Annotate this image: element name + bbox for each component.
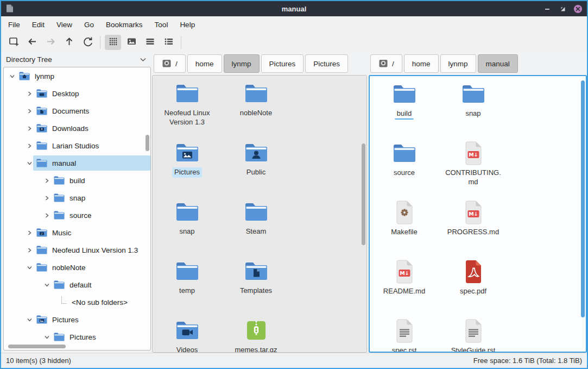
directory-tree-header[interactable]: Directory Tree (1, 52, 152, 67)
collapse-arrow-icon[interactable] (43, 333, 50, 341)
collapse-arrow-icon[interactable] (26, 264, 33, 271)
tree-item-body[interactable]: Larian Studios (33, 138, 150, 153)
file-item-progress-md[interactable]: M↓PROGRESS.md (439, 197, 508, 256)
breadcrumb-home[interactable]: home (404, 54, 439, 73)
tree-item-body[interactable]: Pictures (50, 329, 150, 345)
tree-item-default[interactable]: default (4, 276, 150, 293)
file-item-snap[interactable]: snap (153, 196, 222, 255)
maximize-button[interactable] (558, 4, 567, 14)
tree-item-downloads[interactable]: Downloads (4, 120, 150, 137)
expand-arrow-icon[interactable] (43, 211, 50, 219)
file-item-spec-rst[interactable]: spec.rst (370, 315, 439, 353)
expand-arrow-icon[interactable] (26, 124, 33, 132)
tree-item-pictures[interactable]: Pictures (4, 328, 150, 346)
expand-arrow-icon[interactable] (26, 142, 33, 149)
breadcrumb-pictures[interactable]: Pictures (305, 54, 348, 73)
tree-item-body[interactable]: Documents (33, 103, 150, 118)
tree-item-body[interactable]: Downloads (33, 121, 150, 136)
tree-item-snap[interactable]: snap (4, 189, 150, 207)
file-item-readme-md[interactable]: M↓README.md (370, 256, 439, 315)
view-compact-button[interactable] (142, 35, 158, 50)
file-item-videos[interactable]: Videos (153, 315, 222, 353)
tree-item-neofeud-linux-version-1-3[interactable]: Neofeud Linux Version 1.3 (4, 241, 150, 259)
back-button[interactable] (24, 35, 40, 50)
close-button[interactable] (573, 4, 583, 14)
file-item-styleguide-rst[interactable]: StyleGuide.rst (439, 315, 508, 353)
file-item-memes-tar-gz[interactable]: memes.tar.gz (222, 315, 290, 353)
breadcrumb-root[interactable]: / (154, 54, 186, 73)
file-item-templates[interactable]: Templates (222, 255, 290, 315)
file-item-makefile[interactable]: Makefile (370, 197, 439, 256)
expand-arrow-icon[interactable] (43, 177, 50, 184)
view-detailed-button[interactable] (160, 35, 176, 50)
collapse-arrow-icon[interactable] (8, 72, 16, 80)
tree-item-source[interactable]: source (4, 207, 150, 224)
expand-arrow-icon[interactable] (26, 107, 33, 115)
menu-view[interactable]: View (50, 18, 78, 31)
file-item-steam[interactable]: Steam (222, 196, 290, 255)
tree-item-body[interactable]: build (50, 173, 150, 188)
tree-item-desktop[interactable]: Desktop (4, 85, 150, 102)
expand-arrow-icon[interactable] (26, 90, 33, 97)
file-item-temp[interactable]: temp (153, 255, 222, 315)
breadcrumb-root[interactable]: / (370, 54, 402, 73)
tree-item-build[interactable]: build (4, 172, 150, 189)
tree-item-body[interactable]: snap (50, 190, 150, 205)
menu-go[interactable]: Go (78, 18, 100, 31)
file-item-source[interactable]: source (370, 137, 439, 197)
file-item-contributing-md[interactable]: M↓CONTRIBUTING.md (439, 137, 508, 197)
tree-item-body[interactable]: <No sub folders> (69, 295, 150, 310)
tree-item-pictures[interactable]: Pictures (4, 311, 150, 328)
file-item-build[interactable]: build (370, 78, 439, 137)
file-item-public[interactable]: Public (222, 137, 290, 196)
tree-item-lynmp[interactable]: lynmp (4, 67, 150, 85)
menu-help[interactable]: Help (174, 18, 201, 31)
menu-file[interactable]: File (2, 18, 26, 31)
breadcrumb-lynmp[interactable]: lynmp (224, 54, 260, 73)
tree-item-body[interactable]: nobleNote (33, 260, 150, 275)
refresh-button[interactable] (79, 35, 96, 50)
expand-arrow-icon[interactable] (26, 229, 33, 236)
expand-arrow-icon[interactable] (43, 194, 50, 202)
file-item-spec-pdf[interactable]: spec.pdf (439, 256, 508, 315)
sidebar-horizontal-scrollbar[interactable] (8, 345, 66, 348)
tree-item-larian-studios[interactable]: Larian Studios (4, 137, 150, 154)
tree-item-body[interactable]: manual (33, 155, 150, 171)
tree-item-manual[interactable]: manual (4, 154, 150, 172)
collapse-arrow-icon[interactable] (26, 316, 33, 323)
tree-item-body[interactable]: Desktop (33, 86, 150, 101)
tree-item-body[interactable]: Neofeud Linux Version 1.3 (33, 242, 150, 258)
file-item-noblenote[interactable]: nobleNote (222, 78, 290, 137)
view-thumbnails-button[interactable] (123, 35, 140, 50)
up-button[interactable] (61, 35, 77, 50)
middle-pane-scrollbar[interactable] (362, 143, 365, 245)
breadcrumb-pictures[interactable]: Pictures (261, 54, 304, 73)
view-icons-button[interactable] (105, 35, 121, 50)
tree-item-body[interactable]: source (50, 208, 150, 223)
breadcrumb-lynmp[interactable]: lynmp (440, 54, 476, 73)
menu-bookmarks[interactable]: Bookmarks (100, 18, 149, 31)
minimize-button[interactable] (542, 4, 552, 14)
new-tab-button[interactable] (5, 35, 22, 50)
right-pane-scrollbar[interactable] (581, 80, 585, 317)
expand-arrow-icon[interactable] (26, 246, 33, 254)
breadcrumb-manual[interactable]: manual (478, 54, 518, 73)
menu-tool[interactable]: Tool (149, 18, 174, 31)
chevron-down-icon[interactable] (140, 55, 147, 64)
file-item-neofeud-linux-version-1-3[interactable]: Neofeud Linux Version 1.3 (153, 78, 222, 137)
breadcrumb-home[interactable]: home (187, 54, 222, 73)
menu-edit[interactable]: Edit (26, 18, 50, 31)
tree-item-body[interactable]: ♪Music (33, 225, 150, 240)
collapse-arrow-icon[interactable] (43, 281, 50, 289)
tree-item--no-sub-folders-[interactable]: <No sub folders> (4, 293, 150, 311)
sidebar-vertical-scrollbar[interactable] (146, 135, 149, 151)
tree-item-music[interactable]: ♪Music (4, 224, 150, 241)
collapse-arrow-icon[interactable] (26, 159, 33, 167)
tree-item-noblenote[interactable]: nobleNote (4, 259, 150, 276)
file-item-snap[interactable]: snap (439, 78, 508, 137)
tree-item-body[interactable]: default (50, 277, 150, 292)
tree-item-body[interactable]: Pictures (33, 312, 150, 327)
tree-item-documents[interactable]: Documents (4, 102, 150, 120)
file-item-pictures[interactable]: Pictures (153, 137, 222, 196)
tree-item-body[interactable]: lynmp (16, 68, 150, 84)
